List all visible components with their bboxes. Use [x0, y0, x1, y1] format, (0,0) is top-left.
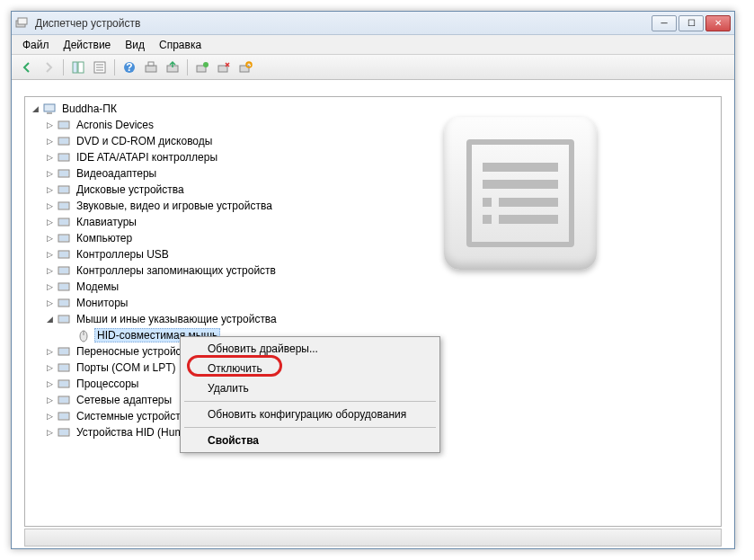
- svg-rect-1: [18, 18, 27, 24]
- toolbar-separator: [114, 59, 115, 76]
- menu-view[interactable]: Вид: [118, 37, 152, 53]
- ctx-separator: [184, 427, 436, 428]
- svg-rect-3: [78, 62, 84, 73]
- tree-category[interactable]: ▷DVD и CD-ROM дисководы: [27, 133, 719, 149]
- tree-category[interactable]: ▷Acronis Devices: [27, 117, 719, 133]
- tree-category[interactable]: ▷Компьютер: [27, 230, 719, 246]
- expander-icon[interactable]: ▷: [45, 218, 55, 227]
- properties-button[interactable]: [90, 58, 110, 77]
- device-icon: [57, 182, 71, 197]
- forward-button[interactable]: [39, 58, 58, 77]
- expander-icon[interactable]: ▷: [45, 379, 55, 389]
- maximize-button[interactable]: ☐: [679, 15, 704, 31]
- scan-hardware-button[interactable]: [141, 58, 161, 77]
- toolbar-separator: [63, 59, 64, 76]
- svg-rect-51: [59, 365, 68, 370]
- menu-help[interactable]: Справка: [152, 37, 208, 53]
- ctx-disable[interactable]: Отключить: [182, 359, 438, 378]
- device-icon: [57, 393, 71, 407]
- expander-icon[interactable]: ▷: [45, 298, 55, 308]
- tree-category[interactable]: ▷Контроллеры USB: [27, 246, 719, 262]
- enable-device-button[interactable]: [192, 58, 212, 77]
- expander-icon[interactable]: ▷: [45, 250, 55, 260]
- titlebar[interactable]: Диспетчер устройств ─ ☐ ✕: [12, 12, 734, 35]
- back-button[interactable]: [17, 58, 37, 77]
- statusbar: [24, 529, 722, 547]
- expander-icon[interactable]: ▷: [45, 120, 55, 130]
- expander-icon[interactable]: ◢: [31, 104, 40, 114]
- expander-icon[interactable]: ▷: [45, 137, 55, 147]
- tree-node-label: Buddha-ПК: [60, 102, 119, 115]
- tree-node-label: Мониторы: [75, 297, 129, 309]
- expander-icon[interactable]: ▷: [45, 363, 55, 373]
- svg-rect-37: [59, 252, 68, 257]
- show-hide-tree-button[interactable]: [68, 58, 88, 77]
- device-manager-window: Диспетчер устройств ─ ☐ ✕ Файл Действие …: [11, 11, 735, 549]
- tree-node-label: Процессоры: [75, 378, 141, 390]
- svg-rect-59: [59, 430, 68, 435]
- minimize-button[interactable]: ─: [652, 15, 677, 31]
- expander-icon[interactable]: ▷: [45, 266, 55, 276]
- svg-rect-18: [44, 104, 55, 111]
- device-icon: [57, 215, 71, 229]
- expander-icon[interactable]: ▷: [45, 153, 55, 163]
- help-button[interactable]: ?: [120, 58, 139, 77]
- svg-rect-10: [146, 66, 156, 72]
- svg-rect-49: [59, 349, 68, 354]
- ctx-update-drivers[interactable]: Обновить драйверы...: [182, 339, 438, 359]
- expander-icon[interactable]: ▷: [45, 396, 55, 405]
- expander-icon[interactable]: ▷: [45, 347, 55, 357]
- tree-node-label: Дисковые устройства: [75, 183, 186, 196]
- device-icon: [57, 360, 71, 375]
- tree-category[interactable]: ▷IDE ATA/ATAPI контроллеры: [27, 149, 719, 165]
- menu-action[interactable]: Действие: [57, 37, 119, 53]
- expander-icon[interactable]: ◢: [45, 315, 55, 324]
- tree-node-label: DVD и CD-ROM дисководы: [75, 135, 214, 147]
- ctx-scan-hardware[interactable]: Обновить конфигурацию оборудования: [182, 404, 438, 424]
- svg-rect-57: [59, 413, 68, 419]
- device-icon: [57, 118, 71, 132]
- toolbar-separator: [187, 59, 188, 76]
- ctx-delete[interactable]: Удалить: [182, 378, 438, 398]
- tree-category[interactable]: ▷Дисковые устройства: [27, 182, 719, 198]
- expander-icon[interactable]: ▷: [45, 169, 55, 179]
- computer-icon: [42, 102, 57, 116]
- ctx-properties[interactable]: Свойства: [182, 431, 438, 450]
- expander-icon[interactable]: ▷: [45, 234, 55, 244]
- tree-root[interactable]: ◢Buddha-ПК: [27, 101, 719, 117]
- expander-icon[interactable]: ▷: [45, 428, 55, 438]
- svg-rect-53: [59, 381, 68, 387]
- tree-category[interactable]: ▷Модемы: [27, 279, 719, 295]
- tree-node-label: Системные устройства: [75, 410, 194, 422]
- tree-category[interactable]: ◢Мыши и иные указывающие устройства: [27, 311, 719, 327]
- update-driver-button[interactable]: [163, 58, 182, 77]
- device-icon: [57, 263, 71, 278]
- menu-file[interactable]: Файл: [15, 37, 57, 53]
- context-menu: Обновить драйверы... Отключить Удалить О…: [180, 336, 440, 453]
- svg-rect-39: [59, 268, 68, 273]
- tree-node-label: Мыши и иные указывающие устройства: [75, 313, 279, 325]
- disable-device-button[interactable]: [214, 58, 234, 77]
- close-button[interactable]: ✕: [705, 15, 731, 31]
- uninstall-device-button[interactable]: [235, 58, 255, 77]
- tree-category[interactable]: ▷Мониторы: [27, 295, 719, 311]
- svg-rect-33: [59, 219, 68, 225]
- tree-category[interactable]: ▷Звуковые, видео и игровые устройства: [27, 198, 719, 214]
- svg-rect-21: [59, 122, 68, 128]
- expander-icon[interactable]: ▷: [45, 282, 55, 292]
- svg-rect-31: [59, 203, 68, 209]
- tree-category[interactable]: ▷Видеоадаптеры: [27, 165, 719, 182]
- expander-icon[interactable]: ▷: [45, 201, 55, 211]
- svg-rect-35: [59, 236, 68, 241]
- device-tree-panel[interactable]: ◢Buddha-ПК▷Acronis Devices▷DVD и CD-ROM …: [24, 96, 722, 527]
- device-icon: [57, 134, 71, 148]
- device-icon: [57, 296, 71, 310]
- tree-category[interactable]: ▷Клавиатуры: [27, 214, 719, 230]
- tree-node-label: Acronis Devices: [75, 119, 155, 131]
- mouse-icon: [76, 328, 91, 342]
- tree-node-label: Звуковые, видео и игровые устройства: [75, 200, 274, 212]
- tree-category[interactable]: ▷Контроллеры запоминающих устройств: [27, 262, 719, 279]
- expander-icon[interactable]: ▷: [45, 412, 55, 422]
- expander-icon[interactable]: ▷: [45, 185, 55, 195]
- svg-rect-25: [59, 155, 68, 160]
